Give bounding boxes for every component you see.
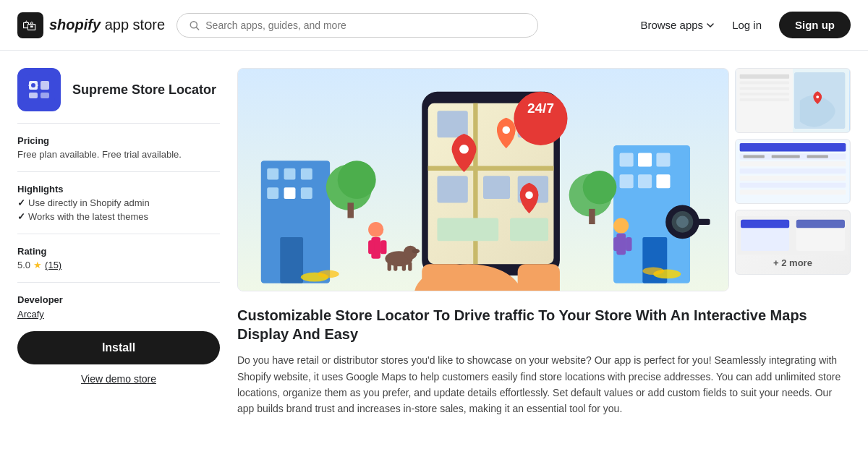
svg-rect-6 (41, 81, 49, 90)
svg-rect-61 (368, 240, 374, 254)
svg-point-75 (318, 270, 339, 278)
svg-rect-12 (267, 168, 278, 180)
svg-rect-62 (380, 240, 386, 254)
divider-4 (17, 282, 220, 283)
svg-rect-72 (402, 262, 406, 271)
pricing-value: Free plan available. Free trial availabl… (17, 149, 220, 160)
app-icon (17, 68, 61, 111)
svg-rect-81 (740, 82, 789, 85)
svg-rect-103 (796, 220, 845, 228)
browse-apps-button[interactable]: Browse apps (640, 19, 715, 31)
svg-rect-46 (638, 153, 652, 167)
svg-rect-47 (656, 153, 670, 167)
map-thumbnail-svg (736, 69, 850, 132)
svg-rect-73 (408, 262, 412, 271)
login-button[interactable]: Log in (732, 19, 762, 31)
svg-point-9 (31, 83, 35, 87)
svg-rect-92 (740, 168, 846, 174)
divider-2 (17, 171, 220, 172)
highlights-label: Highlights (17, 184, 220, 195)
rating-count-link[interactable]: (15) (45, 260, 61, 270)
app-icon-svg (23, 74, 55, 106)
rating-value: 5.0 (17, 260, 30, 270)
svg-point-57 (676, 215, 689, 228)
rating-row: 5.0 ★ (15) (17, 260, 220, 270)
thumbnail-more[interactable]: + 2 more (735, 210, 851, 275)
svg-rect-54 (589, 209, 595, 224)
logo: 🛍 shopify app store (17, 12, 165, 38)
more-count-label: + 2 more (773, 257, 812, 268)
rating-label: Rating (17, 246, 220, 257)
svg-rect-32 (510, 218, 548, 242)
svg-point-20 (338, 161, 376, 199)
search-icon (189, 20, 200, 31)
star-icon: ★ (33, 260, 42, 270)
svg-point-39 (514, 92, 567, 145)
svg-point-59 (368, 222, 383, 237)
checkmark-icon: ✓ (17, 197, 25, 208)
svg-rect-50 (656, 174, 670, 188)
svg-rect-84 (740, 98, 789, 101)
svg-point-53 (583, 171, 617, 205)
divider-3 (17, 234, 220, 234)
svg-rect-8 (41, 93, 49, 98)
svg-rect-98 (807, 155, 828, 158)
checkmark-icon: ✓ (17, 211, 25, 222)
chevron-down-icon (706, 21, 715, 30)
hero-illustration: 24/7 (238, 69, 728, 291)
svg-rect-49 (638, 174, 652, 188)
main-content: Supreme Store Locator Pricing Free plan … (0, 51, 868, 417)
svg-rect-91 (740, 161, 846, 166)
svg-rect-42 (422, 264, 464, 291)
svg-rect-31 (437, 218, 498, 242)
svg-point-63 (613, 218, 629, 234)
svg-rect-93 (740, 176, 846, 181)
table-thumbnail-svg (736, 140, 850, 203)
svg-rect-21 (347, 202, 353, 218)
svg-rect-89 (740, 143, 846, 152)
view-demo-link[interactable]: View demo store (17, 373, 220, 385)
svg-rect-58 (694, 219, 710, 225)
content-area: 24/7 (237, 68, 851, 417)
svg-rect-14 (301, 168, 312, 180)
svg-rect-15 (267, 187, 278, 199)
thumbnail-2[interactable] (735, 139, 851, 204)
svg-rect-82 (740, 87, 789, 90)
pricing-label: Pricing (17, 135, 220, 146)
thumbnail-1[interactable] (735, 68, 851, 133)
divider-1 (17, 123, 220, 124)
search-input[interactable] (205, 20, 526, 31)
install-button[interactable]: Install (17, 331, 220, 364)
svg-point-34 (459, 145, 469, 154)
developer-label: Developer (17, 294, 220, 305)
highlights-list: ✓ Use directly in Shopify admin ✓ Works … (17, 197, 220, 222)
svg-rect-45 (620, 153, 634, 167)
svg-point-36 (502, 126, 510, 134)
svg-rect-28 (483, 176, 510, 199)
app-name: Supreme Store Locator (72, 82, 216, 98)
logo-text: shopify app store (49, 17, 165, 33)
svg-rect-71 (393, 262, 397, 271)
shopify-logo-icon: 🛍 (17, 12, 43, 38)
svg-rect-17 (301, 187, 312, 199)
svg-rect-94 (740, 183, 846, 188)
svg-rect-4 (23, 74, 55, 106)
sidebar: Supreme Store Locator Pricing Free plan … (17, 68, 220, 417)
svg-rect-27 (437, 176, 467, 202)
main-screenshot[interactable]: 24/7 (237, 68, 729, 291)
search-bar[interactable] (176, 13, 538, 38)
svg-point-38 (525, 192, 533, 200)
svg-text:🛍: 🛍 (22, 17, 37, 33)
svg-rect-16 (284, 187, 296, 199)
signup-button[interactable]: Sign up (779, 12, 851, 38)
svg-rect-101 (741, 220, 789, 228)
svg-rect-97 (772, 155, 800, 158)
svg-rect-70 (388, 262, 391, 271)
svg-rect-7 (29, 93, 38, 98)
developer-link[interactable]: Arcafy (17, 309, 44, 320)
app-title: Customizable Store Locator To Drive traf… (237, 306, 851, 343)
svg-rect-26 (437, 111, 467, 137)
svg-rect-13 (284, 168, 296, 180)
svg-text:24/7: 24/7 (527, 101, 554, 116)
svg-rect-48 (620, 174, 634, 188)
